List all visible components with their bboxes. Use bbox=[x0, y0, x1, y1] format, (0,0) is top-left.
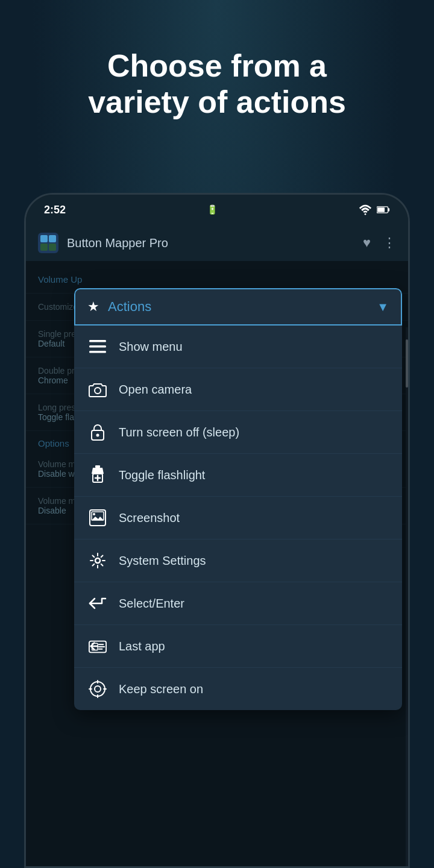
last-app-label: Last app bbox=[119, 640, 165, 653]
menu-item-system-settings[interactable]: System Settings bbox=[74, 539, 402, 582]
last-app-icon bbox=[87, 636, 108, 656]
menu-item-last-app[interactable]: Last app bbox=[74, 625, 402, 668]
svg-point-9 bbox=[96, 434, 99, 437]
status-bar: 2:52 🔋 bbox=[26, 195, 408, 225]
battery-status-icon bbox=[377, 206, 390, 214]
dropdown-menu: ★ Actions ▼ Show menu Ope bbox=[74, 288, 402, 710]
menu-item-screenshot[interactable]: Screenshot bbox=[74, 497, 402, 539]
app-icon-cell bbox=[49, 235, 56, 242]
svg-point-19 bbox=[95, 558, 100, 563]
hero-line2: variety of actions bbox=[88, 84, 346, 119]
status-icons bbox=[359, 204, 390, 215]
star-icon: ★ bbox=[87, 299, 99, 315]
svg-rect-5 bbox=[89, 345, 106, 348]
turn-screen-off-label: Turn screen off (sleep) bbox=[119, 426, 239, 439]
app-title: Button Mapper Pro bbox=[67, 236, 354, 250]
screen-on-icon bbox=[87, 679, 108, 699]
keep-screen-on-label: Keep screen on bbox=[119, 682, 203, 696]
svg-marker-11 bbox=[92, 468, 104, 474]
svg-rect-2 bbox=[388, 208, 390, 211]
svg-point-24 bbox=[95, 686, 101, 692]
system-settings-label: System Settings bbox=[119, 554, 206, 568]
svg-rect-15 bbox=[90, 510, 105, 526]
svg-rect-3 bbox=[377, 207, 385, 212]
app-icon-cell bbox=[40, 235, 48, 242]
menu-item-toggle-flashlight[interactable]: Toggle flashlight bbox=[74, 454, 402, 497]
dropdown-title: Actions bbox=[108, 299, 368, 315]
hero-heading: Choose from a variety of actions bbox=[0, 48, 434, 121]
screenshot-icon bbox=[87, 508, 108, 528]
app-icon-cell bbox=[49, 244, 56, 251]
svg-marker-18 bbox=[92, 517, 104, 520]
svg-point-0 bbox=[365, 213, 366, 215]
enter-icon bbox=[87, 593, 108, 614]
phone-frame: 2:52 🔋 Button Mapper Pro ♥ bbox=[24, 193, 410, 868]
app-bar-actions: ♥ ⋮ bbox=[363, 235, 396, 251]
dropdown-header[interactable]: ★ Actions ▼ bbox=[74, 288, 402, 326]
app-icon bbox=[38, 233, 58, 253]
flashlight-icon bbox=[87, 465, 108, 485]
menu-item-open-camera[interactable]: Open camera bbox=[74, 368, 402, 411]
heart-icon[interactable]: ♥ bbox=[363, 235, 371, 251]
svg-rect-6 bbox=[89, 351, 106, 353]
show-menu-label: Show menu bbox=[119, 340, 183, 354]
lock-icon bbox=[87, 422, 108, 442]
svg-rect-10 bbox=[95, 465, 100, 468]
svg-rect-4 bbox=[89, 340, 106, 342]
chevron-down-icon: ▼ bbox=[377, 300, 389, 314]
screenshot-label: Screenshot bbox=[119, 511, 180, 525]
menu-item-turn-screen-off[interactable]: Turn screen off (sleep) bbox=[74, 411, 402, 454]
hero-line1: Choose from a bbox=[107, 48, 327, 83]
status-time: 2:52 bbox=[44, 204, 66, 216]
settings-icon bbox=[87, 550, 108, 571]
svg-point-7 bbox=[95, 388, 101, 394]
menu-item-show-menu[interactable]: Show menu bbox=[74, 326, 402, 368]
svg-point-17 bbox=[93, 513, 95, 515]
more-options-icon[interactable]: ⋮ bbox=[383, 235, 396, 251]
camera-icon bbox=[87, 379, 108, 400]
select-enter-label: Select/Enter bbox=[119, 597, 184, 611]
toggle-flashlight-label: Toggle flashlight bbox=[119, 468, 205, 482]
menu-icon bbox=[87, 336, 108, 357]
svg-point-23 bbox=[90, 682, 105, 696]
app-bar: Button Mapper Pro ♥ ⋮ bbox=[26, 225, 408, 261]
menu-item-select-enter[interactable]: Select/Enter bbox=[74, 582, 402, 625]
menu-item-keep-screen-on[interactable]: Keep screen on bbox=[74, 668, 402, 710]
wifi-icon bbox=[359, 204, 372, 215]
app-icon-cell bbox=[40, 244, 48, 251]
battery-icon: 🔋 bbox=[207, 204, 218, 215]
open-camera-label: Open camera bbox=[119, 383, 192, 397]
